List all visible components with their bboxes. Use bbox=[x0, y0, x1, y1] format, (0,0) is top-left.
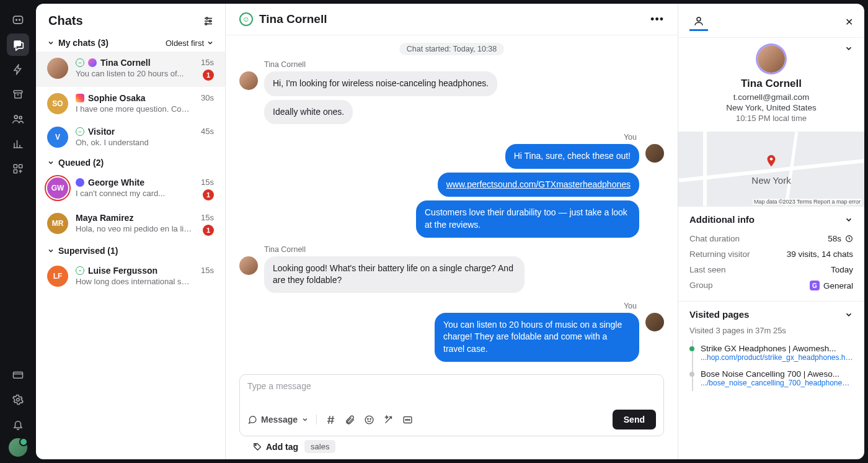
nav-chats-icon[interactable] bbox=[7, 34, 29, 56]
svg-point-36 bbox=[255, 444, 256, 446]
group-label: Queued (2) bbox=[58, 158, 104, 168]
chat-time: 15s bbox=[201, 213, 214, 222]
message-type-dropdown[interactable]: Message bbox=[247, 415, 317, 425]
messenger-icon bbox=[88, 58, 97, 67]
smile-icon bbox=[76, 127, 84, 136]
chat-time: 30s bbox=[201, 93, 214, 102]
chat-item[interactable]: SO Sophie Osaka I have one more question… bbox=[36, 87, 225, 120]
svg-rect-14 bbox=[19, 164, 22, 168]
visited-pages-header[interactable]: Visited pages bbox=[689, 309, 853, 320]
nav-apps-icon[interactable] bbox=[7, 158, 29, 180]
unread-badge: 1 bbox=[203, 225, 214, 236]
nav-automation-icon[interactable] bbox=[7, 58, 29, 81]
customer-avatar bbox=[239, 71, 258, 90]
svg-point-22 bbox=[210, 20, 211, 22]
message-bubble[interactable]: www.perfectsound.com/GTXmasterheadphones bbox=[438, 173, 639, 197]
info-row: Returning visitor39 visits, 14 chats bbox=[689, 246, 853, 262]
nav-notifications-icon[interactable] bbox=[7, 413, 29, 436]
chevron-down-icon[interactable] bbox=[844, 44, 853, 53]
avatar: GW bbox=[47, 178, 68, 199]
hashtag-icon[interactable] bbox=[326, 415, 336, 425]
profile-email: t.cornell@gmail.com bbox=[733, 92, 810, 102]
attachment-icon[interactable] bbox=[345, 415, 355, 425]
location-map[interactable]: New York Map data ©2023 Terms Report a m… bbox=[678, 132, 864, 206]
chat-item[interactable]: V Visitor Oh, ok. I understand 45s bbox=[36, 120, 225, 154]
svg-rect-13 bbox=[14, 164, 17, 168]
ai-enhance-icon[interactable] bbox=[383, 415, 394, 425]
group-queued[interactable]: Queued (2) bbox=[47, 158, 104, 168]
chevron-down-icon bbox=[47, 247, 55, 254]
sort-dropdown[interactable]: Oldest first bbox=[166, 38, 214, 48]
message-bubble: Looking good! What's their battery life … bbox=[264, 256, 525, 293]
visited-page-item[interactable]: Bose Noise Cancelling 700 | Aweso... ...… bbox=[692, 366, 853, 391]
nav-profile-avatar[interactable] bbox=[9, 438, 27, 457]
smile-status-icon: ☺ bbox=[239, 12, 253, 26]
chat-item[interactable]: LF Luise Fergusson How long does interna… bbox=[36, 259, 225, 293]
nav-archive-icon[interactable] bbox=[7, 83, 29, 106]
chat-item[interactable]: MR Maya Ramirez Hola, no veo mi pedido e… bbox=[36, 207, 225, 242]
filter-icon[interactable] bbox=[203, 16, 214, 27]
svg-rect-16 bbox=[14, 372, 23, 379]
chat-item[interactable]: GW George White I can't connect my card.… bbox=[36, 171, 225, 207]
chat-name: Maya Ramirez bbox=[76, 213, 133, 223]
add-tag-button[interactable]: Add tag bbox=[253, 442, 298, 452]
details-column: ✕ Tina Cornell t.cornell@gmail.com New Y… bbox=[678, 4, 864, 459]
chat-name: Luise Fergusson bbox=[88, 266, 157, 276]
avatar: LF bbox=[47, 266, 68, 287]
close-icon[interactable]: ✕ bbox=[845, 16, 853, 28]
agent-avatar bbox=[645, 313, 664, 331]
thread-column: ☺ Tina Cornell ••• Chat started: Today, … bbox=[226, 4, 678, 459]
profile-location: New York, United States bbox=[726, 103, 817, 112]
chat-time: 45s bbox=[201, 127, 214, 136]
tag-chip[interactable]: sales bbox=[304, 440, 335, 453]
more-icon[interactable]: ••• bbox=[650, 13, 664, 26]
chat-item[interactable]: Tina Cornell You can listen to 20 hours … bbox=[36, 52, 225, 87]
customer-avatar bbox=[239, 256, 258, 275]
group-label: Supervised (1) bbox=[58, 246, 118, 256]
nav-home-icon[interactable] bbox=[7, 9, 29, 31]
sender-label: You bbox=[624, 133, 637, 142]
messenger-icon bbox=[76, 178, 84, 187]
profile-tab-icon[interactable] bbox=[689, 12, 708, 31]
profile-avatar bbox=[758, 45, 785, 73]
chats-title: Chats bbox=[48, 14, 83, 28]
group-my-chats[interactable]: My chats (3) bbox=[47, 38, 108, 48]
smile-icon bbox=[76, 266, 84, 275]
visited-page-item[interactable]: Strike GX Headphones | Awomesh... ...hop… bbox=[692, 340, 853, 366]
chat-name: Visitor bbox=[88, 127, 115, 137]
profile-name: Tina Cornell bbox=[741, 78, 802, 90]
message-input[interactable] bbox=[247, 381, 656, 405]
svg-point-4 bbox=[16, 19, 17, 20]
chat-preview: I can't connect my card... bbox=[76, 189, 193, 198]
unread-badge: 1 bbox=[203, 70, 214, 81]
sort-label: Oldest first bbox=[166, 38, 204, 48]
chat-time: 15s bbox=[201, 58, 214, 67]
avatar: V bbox=[47, 127, 68, 148]
agent-avatar bbox=[645, 144, 664, 163]
nav-billing-icon[interactable] bbox=[7, 364, 29, 386]
additional-info-header[interactable]: Additional info bbox=[689, 214, 853, 225]
chat-preview: You can listen to 20 hours of... bbox=[76, 69, 193, 78]
nav-settings-icon[interactable] bbox=[7, 389, 29, 411]
avatar bbox=[47, 58, 68, 79]
message-link[interactable]: www.perfectsound.com/GTXmasterheadphones bbox=[446, 179, 631, 189]
chevron-down-icon bbox=[301, 416, 309, 423]
map-attribution: Map data ©2023 Terms Report a map error bbox=[753, 199, 862, 205]
section-title: Visited pages bbox=[689, 309, 749, 320]
chevron-down-icon bbox=[47, 39, 55, 47]
send-button[interactable]: Send bbox=[613, 410, 656, 429]
svg-point-24 bbox=[205, 23, 207, 25]
avatar: MR bbox=[47, 213, 68, 234]
nav-people-icon[interactable] bbox=[7, 108, 29, 130]
visited-page-url: .../bose_noise_cancelling_700_headphones… bbox=[701, 379, 853, 387]
profile-localtime: 10:15 PM local time bbox=[736, 114, 807, 123]
chat-preview: Hola, no veo mi pedido en la lista... bbox=[76, 224, 193, 233]
message-bubble: Hi, I'm looking for wireless noise-cance… bbox=[264, 71, 497, 96]
svg-line-28 bbox=[332, 416, 333, 424]
chat-name: Tina Cornell bbox=[100, 58, 151, 68]
thread-title: Tina Cornell bbox=[259, 12, 327, 26]
canned-response-icon[interactable] bbox=[402, 415, 413, 425]
group-supervised[interactable]: Supervised (1) bbox=[47, 246, 118, 256]
emoji-icon[interactable] bbox=[364, 415, 374, 425]
nav-reports-icon[interactable] bbox=[7, 133, 29, 155]
